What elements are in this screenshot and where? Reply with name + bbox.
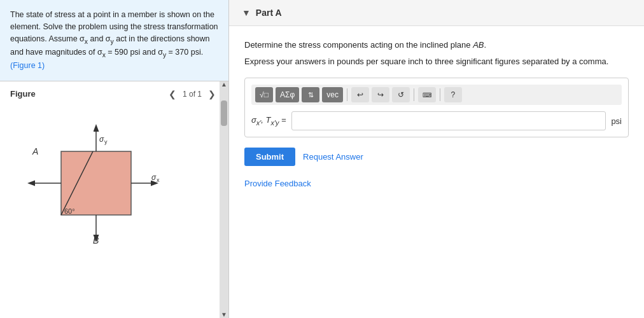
request-answer-link[interactable]: Request Answer <box>303 152 363 162</box>
plane-label: AB <box>473 40 484 50</box>
action-row: Submit Request Answer <box>244 148 629 166</box>
figure-header: Figure ❮ 1 of 1 ❯ <box>10 88 218 100</box>
svg-text:B: B <box>93 235 99 245</box>
math-toolbar: √□ ΑΣφ ⇅ vec ↩ ↪ ↺ <box>251 85 622 105</box>
question-line1: Determine the stress components acting o… <box>244 39 629 52</box>
prev-figure-button[interactable]: ❮ <box>166 88 179 100</box>
sqrt-button[interactable]: √□ <box>255 87 273 102</box>
collapse-icon[interactable]: ▼ <box>242 8 251 18</box>
provide-feedback-link[interactable]: Provide Feedback <box>244 179 311 188</box>
updown-button[interactable]: ⇅ <box>302 87 319 102</box>
figure-count: 1 of 1 <box>183 90 202 99</box>
problem-statement: The state of stress at a point in a memb… <box>0 0 228 81</box>
right-panel: ▼ Part A Determine the stress components… <box>229 0 644 318</box>
svg-text:A: A <box>32 146 38 156</box>
svg-text:x: x <box>157 177 160 183</box>
input-label: σx′, Tx′y = <box>251 115 286 127</box>
answer-box: √□ ΑΣφ ⇅ vec ↩ ↪ ↺ <box>244 78 629 137</box>
svg-text:σ: σ <box>99 135 104 144</box>
figure-area: Figure ❮ 1 of 1 ❯ A σ y σ x <box>0 81 228 319</box>
part-title: Part A <box>256 8 282 18</box>
toolbar-separator3 <box>440 88 440 101</box>
unit-label: psi <box>611 116 622 126</box>
redo-button[interactable]: ↪ <box>372 87 389 102</box>
part-header: ▼ Part A <box>229 0 644 26</box>
svg-rect-0 <box>61 151 131 215</box>
svg-text:y: y <box>104 139 108 145</box>
toolbar-separator2 <box>414 88 414 101</box>
toolbar-separator <box>347 88 347 101</box>
scroll-up-icon[interactable]: ▲ <box>221 81 227 88</box>
left-panel: The state of stress at a point in a memb… <box>0 0 229 318</box>
problem-text: The state of stress at a point in a memb… <box>10 10 218 57</box>
submit-button[interactable]: Submit <box>244 148 295 166</box>
sigma-button[interactable]: ΑΣφ <box>276 87 299 102</box>
refresh-button[interactable]: ↺ <box>392 87 410 102</box>
answer-instruction: Express your answers in pounds per squar… <box>244 55 629 68</box>
svg-text:60°: 60° <box>64 207 75 215</box>
stress-figure: A σ y σ x 60° B <box>10 107 188 247</box>
help-button[interactable]: ? <box>444 87 462 102</box>
scroll-thumb[interactable] <box>221 100 227 126</box>
figure-label: Figure <box>10 89 36 99</box>
next-figure-button[interactable]: ❯ <box>206 88 218 100</box>
svg-text:σ: σ <box>151 173 157 182</box>
figure-nav: ❮ 1 of 1 ❯ <box>166 88 218 100</box>
scroll-down-icon[interactable]: ▼ <box>221 312 227 318</box>
input-row: σx′, Tx′y = psi <box>251 111 622 130</box>
left-scrollbar[interactable]: ▲ ▼ <box>220 81 228 319</box>
part-content: Determine the stress components acting o… <box>229 26 644 201</box>
keyboard-button[interactable]: ⌨ <box>418 87 436 102</box>
answer-input[interactable] <box>291 111 606 130</box>
feedback-section: Provide Feedback <box>244 179 629 188</box>
vec-button[interactable]: vec <box>322 87 343 102</box>
undo-button[interactable]: ↩ <box>351 87 369 102</box>
figure-link[interactable]: (Figure 1) <box>10 61 45 70</box>
